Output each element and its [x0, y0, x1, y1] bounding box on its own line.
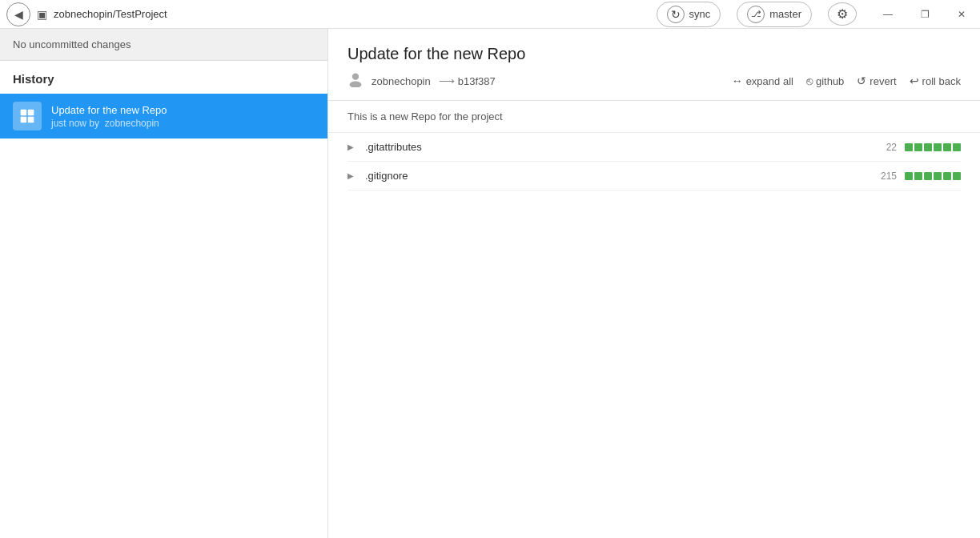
commit-hash-value: b13f387	[458, 75, 496, 87]
history-list: Update for the new Repo just now by zobn…	[0, 94, 327, 538]
history-item-meta: just now by zobnechopin	[51, 118, 315, 129]
commit-hash: ⟶ b13f387	[439, 74, 496, 87]
branch-button[interactable]: ⎇ master	[737, 2, 812, 27]
close-button[interactable]: ✕	[943, 0, 980, 29]
commit-author: zobnechopin	[372, 75, 431, 87]
file-bar	[914, 143, 922, 151]
file-row[interactable]: ▶.gitignore215	[347, 162, 961, 191]
expand-all-button[interactable]: ↔ expand all	[732, 74, 793, 87]
sync-button[interactable]: ↻ sync	[657, 2, 721, 27]
expand-all-label: expand all	[746, 75, 793, 87]
commit-meta: zobnechopin ⟶ b13f387	[347, 71, 732, 90]
commit-description: This is a new Repo for the project	[328, 101, 980, 133]
file-bar	[934, 143, 942, 151]
titlebar-left: ◀ ▣ zobnechopin/TestProject	[6, 2, 167, 26]
github-button[interactable]: ⎋ github	[806, 74, 844, 87]
meta-author: zobnechopin	[105, 118, 159, 129]
expand-all-icon: ↔	[732, 74, 743, 87]
file-name: .gitignore	[365, 170, 881, 182]
file-bar	[943, 172, 951, 180]
file-expand-arrow[interactable]: ▶	[347, 143, 360, 151]
commit-header: Update for the new Repo zobnechopin ⟶ b1…	[328, 29, 980, 101]
file-change-count: 22	[886, 142, 897, 153]
repo-path: zobnechopin/TestProject	[54, 8, 167, 20]
svg-point-5	[350, 82, 362, 88]
commit-actions: ↔ expand all ⎋ github ↺ revert ↩ roll ba…	[732, 74, 961, 87]
sync-icon: ↻	[667, 6, 685, 23]
revert-button[interactable]: ↺ revert	[857, 74, 896, 87]
minimize-button[interactable]: —	[870, 0, 906, 29]
commit-title: Update for the new Repo	[347, 45, 961, 63]
close-icon: ✕	[958, 9, 966, 20]
github-icon: ⎋	[806, 74, 813, 87]
revert-icon: ↺	[857, 74, 866, 87]
file-bar	[943, 143, 951, 151]
main-layout: No uncommitted changes History Update fo…	[0, 29, 980, 538]
history-item-title: Update for the new Repo	[51, 104, 315, 116]
svg-point-4	[352, 74, 359, 80]
file-bar	[953, 143, 961, 151]
file-bar	[905, 143, 913, 151]
hash-icon: ⟶	[439, 74, 455, 87]
file-change-count: 215	[881, 171, 897, 182]
avatar	[347, 71, 363, 90]
roll-back-icon: ↩	[910, 74, 919, 87]
branch-label: master	[769, 8, 801, 20]
file-change-bars	[905, 172, 961, 180]
svg-rect-3	[28, 117, 34, 123]
sidebar: No uncommitted changes History Update fo…	[0, 29, 328, 538]
history-item-info: Update for the new Repo just now by zobn…	[51, 104, 315, 129]
back-icon: ◀	[14, 8, 23, 21]
roll-back-button[interactable]: ↩ roll back	[910, 74, 961, 87]
file-name: .gitattributes	[365, 141, 886, 153]
file-row[interactable]: ▶.gitattributes22	[347, 133, 961, 162]
no-changes-banner: No uncommitted changes	[0, 29, 327, 61]
svg-rect-2	[21, 117, 27, 123]
file-bar	[914, 172, 922, 180]
history-title: History	[0, 61, 327, 94]
restore-button[interactable]: ❐	[906, 0, 943, 29]
no-changes-label: No uncommitted changes	[13, 38, 131, 50]
file-change-bars	[905, 143, 961, 151]
file-list: ▶.gitattributes22▶.gitignore215	[328, 133, 980, 191]
branch-icon: ⎇	[747, 6, 765, 23]
minimize-icon: —	[883, 9, 893, 20]
commit-icon	[13, 102, 42, 130]
file-bar	[924, 172, 932, 180]
history-item[interactable]: Update for the new Repo just now by zobn…	[0, 94, 327, 139]
svg-rect-1	[28, 110, 34, 116]
svg-rect-0	[21, 110, 27, 116]
revert-label: revert	[870, 75, 896, 87]
github-label: github	[816, 75, 844, 87]
file-bar	[924, 143, 932, 151]
file-bar	[934, 172, 942, 180]
file-bar	[905, 172, 913, 180]
back-button[interactable]: ◀	[6, 2, 30, 26]
settings-icon: ⚙	[837, 6, 848, 22]
content-panel: Update for the new Repo zobnechopin ⟶ b1…	[328, 29, 980, 538]
sync-label: sync	[689, 8, 711, 20]
roll-back-label: roll back	[922, 75, 961, 87]
restore-icon: ❐	[921, 9, 930, 20]
window-controls: ↻ sync ⎇ master ⚙ — ❐ ✕	[649, 0, 980, 29]
file-bar	[953, 172, 961, 180]
file-expand-arrow[interactable]: ▶	[347, 171, 360, 180]
meta-prefix: just now by	[51, 118, 99, 129]
settings-button[interactable]: ⚙	[828, 2, 857, 26]
repo-icon: ▣	[37, 8, 47, 21]
titlebar: ◀ ▣ zobnechopin/TestProject ↻ sync ⎇ mas…	[0, 0, 980, 29]
